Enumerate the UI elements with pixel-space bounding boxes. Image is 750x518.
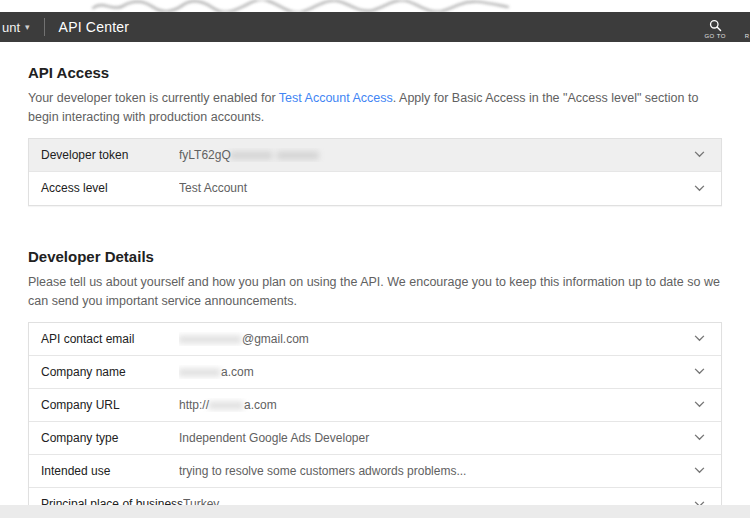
page-title: API Center [59, 19, 129, 35]
chevron-down-icon[interactable] [694, 434, 721, 441]
developer-details-heading: Developer Details [28, 226, 722, 265]
row-label: Company type [29, 431, 179, 445]
chevron-down-icon[interactable] [694, 185, 721, 192]
developer-details-panel: API contact email xxxxxxxxx@gmail.com Co… [28, 322, 722, 518]
goto-search-button[interactable]: GO TO [704, 16, 726, 39]
row-label: Developer token [29, 148, 179, 162]
header-right-partial-label: R [745, 33, 749, 39]
value-redacted: xxxxxxxxx [179, 332, 242, 346]
row-value: trying to resolve some customers adwords… [179, 464, 694, 478]
api-access-panel: Developer token fyLT62gQxxxxxx xxxxxx Ac… [28, 138, 722, 206]
value-suffix: a.com [221, 365, 254, 379]
row-value: Independent Google Ads Developer [179, 431, 694, 445]
developer-details-description: Please tell us about yourself and how yo… [28, 273, 722, 312]
value-redacted: xxxxxx [179, 365, 221, 379]
test-account-access-link[interactable]: Test Account Access [279, 91, 393, 105]
table-row-intended-use[interactable]: Intended use trying to resolve some cust… [29, 455, 721, 488]
api-access-heading: API Access [28, 42, 722, 81]
chevron-down-icon[interactable] [694, 467, 721, 474]
row-value: http://xxxxxa.com [179, 398, 694, 412]
value-prefix: Independent Google Ads Developer [179, 431, 369, 445]
app-header: unt ▾ API Center GO TO R [0, 12, 750, 42]
header-divider [44, 18, 45, 36]
api-access-desc-prefix: Your developer token is currently enable… [28, 91, 279, 105]
chevron-down-icon[interactable] [694, 335, 721, 342]
blurred-handwriting [88, 0, 518, 12]
value-prefix: Test Account [179, 181, 247, 195]
chevron-down-icon[interactable] [694, 151, 721, 158]
table-row-company-url[interactable]: Company URL http://xxxxxa.com [29, 389, 721, 422]
value-prefix: fyLT62gQ [179, 148, 231, 162]
caret-down-icon: ▾ [25, 22, 30, 32]
table-row-access-level[interactable]: Access level Test Account [29, 172, 721, 205]
row-label: Company URL [29, 398, 179, 412]
row-label: Company name [29, 365, 179, 379]
value-prefix: http:// [179, 398, 209, 412]
chevron-down-icon[interactable] [694, 401, 721, 408]
value-prefix: trying to resolve some customers adwords… [179, 464, 466, 478]
table-row-company-type[interactable]: Company type Independent Google Ads Deve… [29, 422, 721, 455]
search-icon [709, 19, 722, 32]
row-value: xxxxxxxxx@gmail.com [179, 332, 694, 346]
account-menu[interactable]: unt ▾ [0, 20, 30, 35]
table-row-company-name[interactable]: Company name xxxxxxa.com [29, 356, 721, 389]
account-menu-label: unt [2, 20, 20, 35]
goto-label: GO TO [704, 33, 726, 39]
value-suffix: @gmail.com [242, 332, 309, 346]
row-label: API contact email [29, 332, 179, 346]
main-content: API Access Your developer token is curre… [0, 42, 750, 518]
table-row-api-contact-email[interactable]: API contact email xxxxxxxxx@gmail.com [29, 323, 721, 356]
chevron-down-icon[interactable] [694, 368, 721, 375]
row-value: fyLT62gQxxxxxx xxxxxx [179, 148, 694, 162]
value-suffix: a.com [244, 398, 277, 412]
api-access-description: Your developer token is currently enable… [28, 89, 722, 128]
value-redacted: xxxxxx xxxxxx [231, 148, 319, 162]
row-label: Intended use [29, 464, 179, 478]
row-label: Access level [29, 181, 179, 195]
row-value: xxxxxxa.com [179, 365, 694, 379]
page-bottom-strip [0, 505, 750, 518]
table-row-developer-token[interactable]: Developer token fyLT62gQxxxxxx xxxxxx [29, 139, 721, 172]
top-blurred-strip [0, 0, 750, 12]
row-value: Test Account [179, 181, 694, 195]
value-redacted: xxxxx [209, 398, 244, 412]
